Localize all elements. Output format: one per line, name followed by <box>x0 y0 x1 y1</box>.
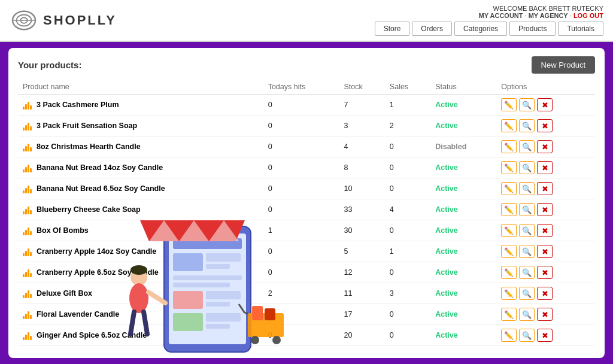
cell-name: Banana Nut Bread 14oz Soy Candle <box>18 157 263 178</box>
delete-button[interactable]: ✖ <box>537 329 553 342</box>
delete-button[interactable]: ✖ <box>537 287 553 300</box>
table-row: Floral Lavender Candle 1170Active ✏️ 🔍 ✖ <box>18 304 595 325</box>
delete-button[interactable]: ✖ <box>537 224 553 237</box>
col-sales: Sales <box>385 80 430 95</box>
log-out-link[interactable]: LOG OUT <box>573 12 603 19</box>
delete-button[interactable]: ✖ <box>537 308 553 321</box>
cell-sales: 1 <box>385 241 430 262</box>
nav-categories[interactable]: Categories <box>454 22 507 36</box>
cell-name: Ginger And Spice 6.5oz Candle <box>18 325 263 346</box>
edit-button[interactable]: ✏️ <box>501 161 517 174</box>
edit-button[interactable]: ✏️ <box>501 308 517 321</box>
new-product-button[interactable]: New Product <box>532 56 595 74</box>
cell-name: Deluxe Gift Box <box>18 283 263 304</box>
delete-button[interactable]: ✖ <box>537 119 553 132</box>
cell-name: Blueberry Cheese Cake Soap <box>18 199 263 220</box>
options-cell: ✏️ 🔍 ✖ <box>496 199 595 220</box>
table-row: Luscious Lavender Soap 071Active ✏️ 🔍 ✖ <box>18 346 595 350</box>
view-button[interactable]: 🔍 <box>519 140 535 153</box>
stats-icon <box>23 205 32 214</box>
view-button[interactable]: 🔍 <box>519 182 535 195</box>
edit-button[interactable]: ✏️ <box>501 119 517 132</box>
delete-button[interactable]: ✖ <box>537 98 553 111</box>
delete-button[interactable]: ✖ <box>537 161 553 174</box>
table-row: 8oz Christmas Hearth Candle 040Disabled … <box>18 136 595 157</box>
cell-sales: 0 <box>385 325 430 346</box>
delete-button[interactable]: ✖ <box>537 140 553 153</box>
nav-store[interactable]: Store <box>375 22 410 36</box>
cell-hits: 2 <box>263 283 339 304</box>
delete-button[interactable]: ✖ <box>537 182 553 195</box>
view-button[interactable]: 🔍 <box>519 287 535 300</box>
view-button[interactable]: 🔍 <box>519 119 535 132</box>
cell-stock: 7 <box>339 95 385 116</box>
product-name: 8oz Christmas Hearth Candle <box>37 142 141 151</box>
view-button[interactable]: 🔍 <box>519 245 535 258</box>
table-row: 3 Pack Fruit Sensation Soap 032Active ✏️… <box>18 116 595 136</box>
cell-sales: 0 <box>385 304 430 325</box>
cell-hits: 0 <box>263 199 339 220</box>
edit-button[interactable]: ✏️ <box>501 203 517 216</box>
status-badge: Active <box>430 325 496 346</box>
stats-icon <box>23 247 32 256</box>
status-badge: Active <box>430 283 496 304</box>
cell-hits: 0 <box>263 241 339 262</box>
delete-button[interactable]: ✖ <box>537 266 553 279</box>
cell-sales: 0 <box>385 178 430 199</box>
cell-hits: 0 <box>263 136 339 157</box>
page-title: Your products: <box>18 60 81 70</box>
cell-name: Floral Lavender Candle <box>18 304 263 325</box>
product-name: Cranberry Apple 14oz Soy Candle <box>37 247 156 256</box>
table-header-row: Product name Todays hits Stock Sales Sta… <box>18 80 595 95</box>
stats-icon <box>23 268 32 277</box>
cell-stock: 17 <box>339 304 385 325</box>
cell-hits: 0 <box>263 116 339 136</box>
edit-button[interactable]: ✏️ <box>501 266 517 279</box>
cell-sales: 1 <box>385 346 430 350</box>
view-button[interactable]: 🔍 <box>519 203 535 216</box>
cell-hits: 0 <box>263 95 339 116</box>
view-button[interactable]: 🔍 <box>519 161 535 174</box>
my-account-link[interactable]: MY ACCOUNT <box>479 12 523 19</box>
edit-button[interactable]: ✏️ <box>501 140 517 153</box>
nav-tutorials[interactable]: Tutorials <box>558 22 603 36</box>
content-box: Your products: New Product Product name … <box>8 48 605 358</box>
edit-button[interactable]: ✏️ <box>501 329 517 342</box>
edit-button[interactable]: ✏️ <box>501 245 517 258</box>
view-button[interactable]: 🔍 <box>519 224 535 237</box>
stats-icon <box>23 163 32 172</box>
table-row: Deluxe Gift Box 2113Active ✏️ 🔍 ✖ <box>18 283 595 304</box>
options-cell: ✏️ 🔍 ✖ <box>496 220 595 241</box>
product-name: Deluxe Gift Box <box>37 289 92 298</box>
nav-orders[interactable]: Orders <box>412 22 452 36</box>
delete-button[interactable]: ✖ <box>537 245 553 258</box>
view-button[interactable]: 🔍 <box>519 329 535 342</box>
cell-hits: 0 <box>263 346 339 350</box>
cell-hits: 0 <box>263 178 339 199</box>
view-button[interactable]: 🔍 <box>519 308 535 321</box>
cell-hits: 1 <box>263 220 339 241</box>
cell-name: Cranberry Apple 6.5oz Soy Candle <box>18 262 263 283</box>
cell-stock: 10 <box>339 178 385 199</box>
product-name: 3 Pack Fruit Sensation Soap <box>37 122 137 130</box>
cell-stock: 20 <box>339 325 385 346</box>
edit-button[interactable]: ✏️ <box>501 224 517 237</box>
options-cell: ✏️ 🔍 ✖ <box>496 116 595 136</box>
col-name: Product name <box>18 80 263 95</box>
my-agency-link[interactable]: MY AGENCY <box>529 12 568 19</box>
table-row: Banana Nut Bread 14oz Soy Candle 080Acti… <box>18 157 595 178</box>
table-row: Box Of Bombs 1300Active ✏️ 🔍 ✖ <box>18 220 595 241</box>
edit-button[interactable]: ✏️ <box>501 182 517 195</box>
cell-sales: 0 <box>385 157 430 178</box>
view-button[interactable]: 🔍 <box>519 98 535 111</box>
product-name: Floral Lavender Candle <box>37 310 119 318</box>
table-row: 3 Pack Cashmere Plum 071Active ✏️ 🔍 ✖ <box>18 95 595 116</box>
delete-button[interactable]: ✖ <box>537 203 553 216</box>
edit-button[interactable]: ✏️ <box>501 98 517 111</box>
status-badge: Active <box>430 95 496 116</box>
nav-products[interactable]: Products <box>509 22 556 36</box>
edit-button[interactable]: ✏️ <box>501 287 517 300</box>
options-cell: ✏️ 🔍 ✖ <box>496 346 595 350</box>
products-table: Product name Todays hits Stock Sales Sta… <box>18 80 595 350</box>
view-button[interactable]: 🔍 <box>519 266 535 279</box>
